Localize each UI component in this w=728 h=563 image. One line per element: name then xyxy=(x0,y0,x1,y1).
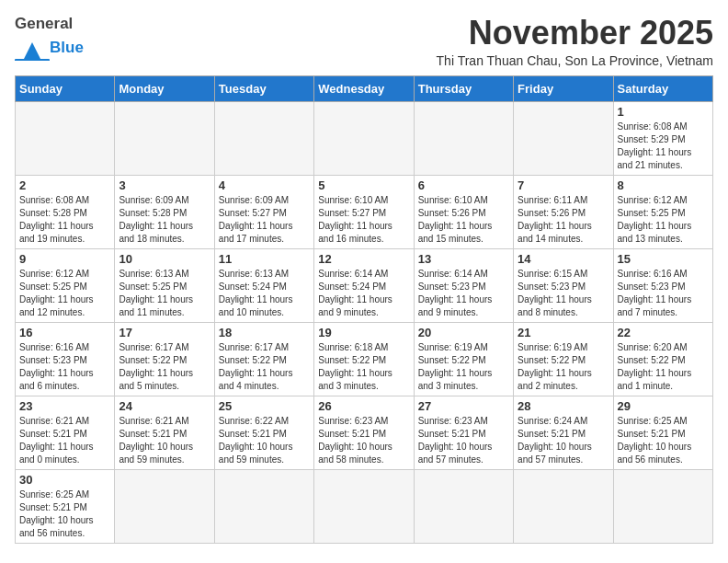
calendar-cell: 3Sunrise: 6:09 AM Sunset: 5:28 PM Daylig… xyxy=(115,175,214,248)
day-number: 12 xyxy=(318,252,409,266)
calendar-cell: 17Sunrise: 6:17 AM Sunset: 5:22 PM Dayli… xyxy=(115,322,214,396)
day-info: Sunrise: 6:24 AM Sunset: 5:21 PM Dayligh… xyxy=(518,415,609,466)
calendar-cell: 14Sunrise: 6:15 AM Sunset: 5:23 PM Dayli… xyxy=(514,248,613,322)
calendar-week-row: 2Sunrise: 6:08 AM Sunset: 5:28 PM Daylig… xyxy=(16,175,713,248)
calendar-cell: 25Sunrise: 6:22 AM Sunset: 5:21 PM Dayli… xyxy=(214,396,313,469)
calendar-cell xyxy=(414,469,513,543)
day-info: Sunrise: 6:25 AM Sunset: 5:21 PM Dayligh… xyxy=(19,488,110,540)
calendar-week-row: 30Sunrise: 6:25 AM Sunset: 5:21 PM Dayli… xyxy=(16,469,713,543)
day-info: Sunrise: 6:21 AM Sunset: 5:21 PM Dayligh… xyxy=(19,415,110,466)
calendar-cell: 7Sunrise: 6:11 AM Sunset: 5:26 PM Daylig… xyxy=(514,175,613,248)
day-info: Sunrise: 6:14 AM Sunset: 5:24 PM Dayligh… xyxy=(318,268,409,319)
calendar-cell: 29Sunrise: 6:25 AM Sunset: 5:21 PM Dayli… xyxy=(613,396,712,469)
svg-marker-0 xyxy=(24,42,40,59)
day-info: Sunrise: 6:08 AM Sunset: 5:29 PM Dayligh… xyxy=(618,121,709,172)
calendar-cell: 13Sunrise: 6:14 AM Sunset: 5:23 PM Dayli… xyxy=(414,248,513,322)
day-info: Sunrise: 6:19 AM Sunset: 5:22 PM Dayligh… xyxy=(418,341,509,393)
day-info: Sunrise: 6:11 AM Sunset: 5:26 PM Dayligh… xyxy=(518,194,609,246)
weekday-header-wednesday: Wednesday xyxy=(314,75,414,101)
calendar-cell xyxy=(514,101,613,175)
weekday-header-monday: Monday xyxy=(115,75,214,101)
calendar-cell: 16Sunrise: 6:16 AM Sunset: 5:23 PM Dayli… xyxy=(16,322,115,396)
day-info: Sunrise: 6:09 AM Sunset: 5:28 PM Dayligh… xyxy=(119,194,210,246)
day-number: 28 xyxy=(518,399,609,413)
day-number: 25 xyxy=(219,399,310,413)
day-number: 21 xyxy=(518,326,609,339)
day-info: Sunrise: 6:12 AM Sunset: 5:25 PM Dayligh… xyxy=(19,268,110,319)
calendar-cell: 19Sunrise: 6:18 AM Sunset: 5:22 PM Dayli… xyxy=(314,322,414,396)
calendar-cell: 8Sunrise: 6:12 AM Sunset: 5:25 PM Daylig… xyxy=(613,175,712,248)
day-number: 2 xyxy=(19,178,110,192)
day-number: 27 xyxy=(418,399,509,413)
day-number: 18 xyxy=(219,326,310,339)
day-number: 1 xyxy=(618,105,709,119)
day-number: 10 xyxy=(119,252,210,266)
calendar-cell: 23Sunrise: 6:21 AM Sunset: 5:21 PM Dayli… xyxy=(16,396,115,469)
calendar-cell: 21Sunrise: 6:19 AM Sunset: 5:22 PM Dayli… xyxy=(514,322,613,396)
calendar-cell: 1Sunrise: 6:08 AM Sunset: 5:29 PM Daylig… xyxy=(613,101,712,175)
calendar-cell xyxy=(214,469,313,543)
calendar-cell: 12Sunrise: 6:14 AM Sunset: 5:24 PM Dayli… xyxy=(314,248,414,322)
logo-blue: Blue xyxy=(50,39,84,57)
calendar-cell: 10Sunrise: 6:13 AM Sunset: 5:25 PM Dayli… xyxy=(115,248,214,322)
calendar-cell xyxy=(613,469,712,543)
calendar-cell xyxy=(115,469,214,543)
calendar-cell: 9Sunrise: 6:12 AM Sunset: 5:25 PM Daylig… xyxy=(16,248,115,322)
month-title: November 2025 xyxy=(437,15,713,52)
day-info: Sunrise: 6:17 AM Sunset: 5:22 PM Dayligh… xyxy=(119,341,210,393)
logo-general: General xyxy=(15,15,73,33)
day-info: Sunrise: 6:13 AM Sunset: 5:25 PM Dayligh… xyxy=(119,268,210,319)
day-info: Sunrise: 6:14 AM Sunset: 5:23 PM Dayligh… xyxy=(418,268,509,319)
day-info: Sunrise: 6:12 AM Sunset: 5:25 PM Dayligh… xyxy=(618,194,709,246)
day-number: 16 xyxy=(19,326,110,339)
day-number: 15 xyxy=(618,252,709,266)
day-number: 6 xyxy=(418,178,509,192)
day-number: 17 xyxy=(119,326,210,339)
subtitle: Thi Tran Thuan Chau, Son La Province, Vi… xyxy=(437,53,713,68)
calendar-table: SundayMondayTuesdayWednesdayThursdayFrid… xyxy=(15,75,713,544)
day-info: Sunrise: 6:21 AM Sunset: 5:21 PM Dayligh… xyxy=(119,415,210,466)
calendar-cell xyxy=(314,469,414,543)
calendar-cell: 24Sunrise: 6:21 AM Sunset: 5:21 PM Dayli… xyxy=(115,396,214,469)
day-info: Sunrise: 6:10 AM Sunset: 5:26 PM Dayligh… xyxy=(418,194,509,246)
calendar-cell: 28Sunrise: 6:24 AM Sunset: 5:21 PM Dayli… xyxy=(514,396,613,469)
calendar-cell: 20Sunrise: 6:19 AM Sunset: 5:22 PM Dayli… xyxy=(414,322,513,396)
day-info: Sunrise: 6:22 AM Sunset: 5:21 PM Dayligh… xyxy=(219,415,310,466)
day-number: 24 xyxy=(119,399,210,413)
day-info: Sunrise: 6:18 AM Sunset: 5:22 PM Dayligh… xyxy=(318,341,409,393)
day-info: Sunrise: 6:16 AM Sunset: 5:23 PM Dayligh… xyxy=(618,268,709,319)
calendar-week-row: 23Sunrise: 6:21 AM Sunset: 5:21 PM Dayli… xyxy=(16,396,713,469)
calendar-cell: 22Sunrise: 6:20 AM Sunset: 5:22 PM Dayli… xyxy=(613,322,712,396)
day-number: 9 xyxy=(19,252,110,266)
day-number: 8 xyxy=(618,178,709,192)
day-number: 13 xyxy=(418,252,509,266)
day-number: 29 xyxy=(618,399,709,413)
calendar-cell: 4Sunrise: 6:09 AM Sunset: 5:27 PM Daylig… xyxy=(214,175,313,248)
calendar-cell: 30Sunrise: 6:25 AM Sunset: 5:21 PM Dayli… xyxy=(16,469,115,543)
weekday-header-row: SundayMondayTuesdayWednesdayThursdayFrid… xyxy=(16,75,713,101)
day-info: Sunrise: 6:20 AM Sunset: 5:22 PM Dayligh… xyxy=(618,341,709,393)
weekday-header-saturday: Saturday xyxy=(613,75,712,101)
day-info: Sunrise: 6:15 AM Sunset: 5:23 PM Dayligh… xyxy=(518,268,609,319)
calendar-cell xyxy=(414,101,513,175)
day-info: Sunrise: 6:23 AM Sunset: 5:21 PM Dayligh… xyxy=(418,415,509,466)
calendar-cell xyxy=(214,101,313,175)
day-number: 23 xyxy=(19,399,110,413)
day-number: 26 xyxy=(318,399,409,413)
day-number: 7 xyxy=(518,178,609,192)
day-info: Sunrise: 6:23 AM Sunset: 5:21 PM Dayligh… xyxy=(318,415,409,466)
day-info: Sunrise: 6:09 AM Sunset: 5:27 PM Dayligh… xyxy=(219,194,310,246)
calendar-cell xyxy=(314,101,414,175)
calendar-cell: 18Sunrise: 6:17 AM Sunset: 5:22 PM Dayli… xyxy=(214,322,313,396)
day-info: Sunrise: 6:13 AM Sunset: 5:24 PM Dayligh… xyxy=(219,268,310,319)
weekday-header-friday: Friday xyxy=(514,75,613,101)
day-info: Sunrise: 6:16 AM Sunset: 5:23 PM Dayligh… xyxy=(19,341,110,393)
weekday-header-sunday: Sunday xyxy=(16,75,115,101)
svg-rect-1 xyxy=(15,59,50,61)
weekday-header-tuesday: Tuesday xyxy=(214,75,313,101)
calendar-week-row: 16Sunrise: 6:16 AM Sunset: 5:23 PM Dayli… xyxy=(16,322,713,396)
calendar-cell xyxy=(514,469,613,543)
day-info: Sunrise: 6:08 AM Sunset: 5:28 PM Dayligh… xyxy=(19,194,110,246)
calendar-cell: 15Sunrise: 6:16 AM Sunset: 5:23 PM Dayli… xyxy=(613,248,712,322)
calendar-cell: 5Sunrise: 6:10 AM Sunset: 5:27 PM Daylig… xyxy=(314,175,414,248)
